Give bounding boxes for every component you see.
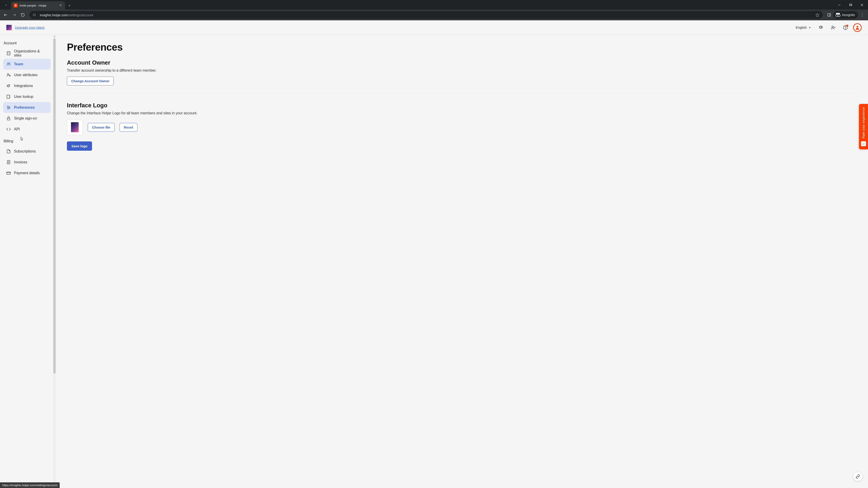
bookmark-star-icon[interactable] <box>814 13 821 17</box>
section-owner-desc: Transfer account ownership to a differen… <box>67 68 857 72</box>
nav-forward-button[interactable] <box>10 11 18 19</box>
window-minimize[interactable] <box>834 1 844 8</box>
invite-user-icon[interactable] <box>829 23 838 32</box>
sidebar-item-label: Invoices <box>14 160 27 164</box>
scroll-thumb[interactable] <box>53 38 56 374</box>
page-root: Upgrade your plans English ▼ Account <box>0 20 868 488</box>
sidebar-item-label: API <box>14 127 20 131</box>
svg-rect-13 <box>828 13 831 16</box>
url-bar[interactable]: insights.hotjar.com/settings/account <box>29 11 823 19</box>
browser-menu-button[interactable]: ⋮ <box>859 12 866 18</box>
reset-button[interactable]: Reset <box>120 123 137 132</box>
svg-point-33 <box>7 106 8 107</box>
sidebar-item-label: Single sign-on <box>14 116 37 121</box>
nav-reload-button[interactable] <box>19 11 27 19</box>
window-controls <box>834 1 867 8</box>
svg-point-30 <box>7 74 9 75</box>
svg-rect-38 <box>7 118 10 120</box>
svg-point-15 <box>832 26 833 27</box>
notification-dot <box>846 25 848 27</box>
browser-tab-active[interactable]: Invite people - Hotjar ✕ <box>11 1 65 9</box>
svg-rect-21 <box>7 52 10 55</box>
lock-icon <box>6 116 11 121</box>
incognito-icon <box>836 13 840 17</box>
help-icon[interactable] <box>841 23 850 32</box>
page-title: Preferences <box>67 41 857 53</box>
svg-point-20 <box>857 26 858 27</box>
svg-point-11 <box>35 15 36 16</box>
integrations-icon[interactable] <box>816 23 826 32</box>
sidebar-item-label: Subscriptions <box>14 149 36 153</box>
sidebar: Account Organizations & sites Team User … <box>0 35 56 488</box>
sidebar-item-organizations[interactable]: Organizations & sites <box>3 48 51 59</box>
sidebar-item-sso[interactable]: Single sign-on <box>3 113 51 124</box>
sidebar-scrollbar[interactable]: ▲ <box>53 35 56 488</box>
sidebar-item-label: Team <box>14 62 23 66</box>
sidebar-item-user-lookup[interactable]: User lookup <box>3 91 51 102</box>
tab-search-dropdown[interactable] <box>2 1 10 9</box>
app-logo[interactable] <box>6 25 12 30</box>
sidebar-group-account: Account <box>3 40 51 48</box>
window-close[interactable] <box>857 1 867 8</box>
app-topnav: Upgrade your plans English ▼ <box>0 20 868 35</box>
main-content: Preferences Account Owner Transfer accou… <box>56 35 868 488</box>
svg-rect-43 <box>7 172 11 174</box>
incognito-label: Incognito <box>842 13 855 17</box>
sidebar-item-label: Organizations & sites <box>14 49 48 57</box>
svg-rect-31 <box>7 95 10 98</box>
change-account-owner-button[interactable]: Change Account Owner <box>67 76 114 86</box>
sidebar-item-user-attributes[interactable]: User attributes <box>3 70 51 80</box>
feedback-label: Rate your experience <box>862 107 865 138</box>
side-panel-icon[interactable] <box>825 11 833 19</box>
invoice-icon <box>6 160 11 164</box>
section-logo-heading: Interface Logo <box>67 102 857 109</box>
incognito-indicator[interactable]: Incognito <box>833 11 858 19</box>
tab-title: Invite people - Hotjar <box>20 4 56 7</box>
svg-point-37 <box>8 108 8 109</box>
sidebar-item-label: Payment details <box>14 171 40 175</box>
card-icon <box>6 171 11 175</box>
language-selector[interactable]: English ▼ <box>794 24 813 31</box>
chevron-down-icon: ▼ <box>809 26 811 29</box>
upgrade-link[interactable]: Upgrade your plans <box>15 26 44 29</box>
sidebar-item-team[interactable]: Team <box>3 59 51 70</box>
lookup-icon <box>6 94 11 99</box>
svg-marker-12 <box>816 13 819 17</box>
browser-tabbar: Invite people - Hotjar ✕ + <box>0 0 868 9</box>
tab-close-icon[interactable]: ✕ <box>58 3 63 8</box>
sidebar-item-api[interactable]: API <box>3 124 51 135</box>
sidebar-group-billing: Billing <box>3 138 51 146</box>
sidebar-item-label: Preferences <box>14 105 35 109</box>
new-tab-button[interactable]: + <box>66 2 72 9</box>
sliders-icon <box>6 105 11 110</box>
user-avatar[interactable] <box>853 23 862 32</box>
svg-point-29 <box>9 63 10 64</box>
sidebar-item-label: User lookup <box>14 95 33 99</box>
svg-point-35 <box>9 107 10 108</box>
sidebar-item-invoices[interactable]: Invoices <box>3 157 51 168</box>
sidebar-item-label: Integrations <box>14 84 33 88</box>
sidebar-item-payment-details[interactable]: Payment details <box>3 168 51 178</box>
logo-preview <box>67 119 83 135</box>
window-maximize[interactable] <box>845 1 856 8</box>
file-icon <box>6 149 11 154</box>
sidebar-item-integrations[interactable]: Integrations <box>3 80 51 91</box>
url-text: insights.hotjar.com/settings/account <box>40 13 812 17</box>
feedback-tab[interactable]: Rate your experience ☺ <box>859 104 868 149</box>
nav-back-button[interactable] <box>2 11 9 19</box>
sidebar-item-preferences[interactable]: Preferences <box>3 102 51 113</box>
scroll-up-arrow[interactable]: ▲ <box>53 35 56 38</box>
section-logo-desc: Change the Interface Hotjar Logo for all… <box>67 111 857 115</box>
site-info-icon[interactable] <box>31 12 37 18</box>
language-label: English <box>796 26 807 29</box>
user-tag-icon <box>6 73 11 77</box>
building-icon <box>6 51 11 56</box>
svg-rect-2 <box>850 4 852 6</box>
sidebar-item-subscriptions[interactable]: Subscriptions <box>3 146 51 157</box>
copy-link-fab[interactable] <box>853 472 863 481</box>
code-icon <box>6 127 11 131</box>
users-icon <box>6 62 11 66</box>
svg-point-10 <box>35 14 36 14</box>
save-logo-button[interactable]: Save logo <box>67 141 92 151</box>
choose-file-button[interactable]: Choose file <box>88 123 115 132</box>
